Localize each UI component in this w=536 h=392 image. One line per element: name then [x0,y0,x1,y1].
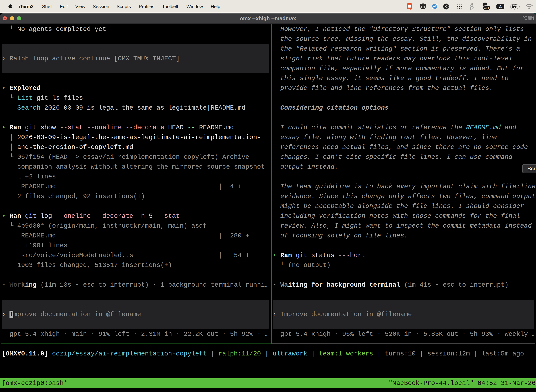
svg-text:..61: ..61 [484,6,489,10]
svg-text:A: A [499,5,502,9]
